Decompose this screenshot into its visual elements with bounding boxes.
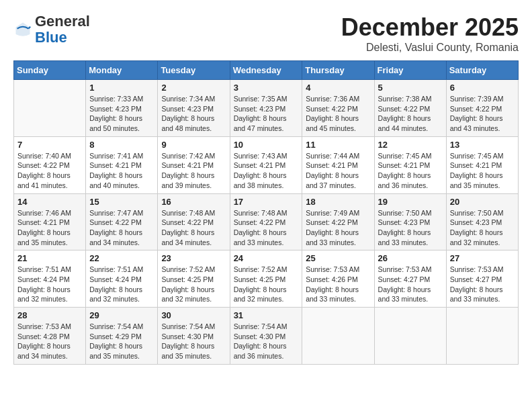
- day-number: 25: [306, 253, 370, 263]
- calendar-cell: 21Sunrise: 7:51 AM Sunset: 4:24 PM Dayli…: [14, 250, 86, 308]
- day-number: 26: [378, 253, 443, 263]
- day-number: 24: [234, 253, 299, 263]
- day-info: Sunrise: 7:54 AM Sunset: 4:29 PM Dayligh…: [89, 322, 154, 361]
- calendar-cell: 24Sunrise: 7:52 AM Sunset: 4:25 PM Dayli…: [230, 250, 302, 308]
- day-info: Sunrise: 7:48 AM Sunset: 4:22 PM Dayligh…: [234, 208, 299, 248]
- logo-blue-text: Blue: [35, 30, 90, 46]
- day-info: Sunrise: 7:36 AM Sunset: 4:22 PM Dayligh…: [306, 94, 370, 134]
- weekday-header-saturday: Saturday: [446, 61, 518, 80]
- weekday-header-monday: Monday: [86, 61, 158, 80]
- day-info: Sunrise: 7:35 AM Sunset: 4:23 PM Dayligh…: [234, 94, 299, 134]
- day-info: Sunrise: 7:47 AM Sunset: 4:22 PM Dayligh…: [89, 208, 154, 248]
- day-number: 17: [234, 197, 299, 207]
- logo-icon: [13, 20, 32, 39]
- day-info: Sunrise: 7:44 AM Sunset: 4:21 PM Dayligh…: [306, 151, 370, 191]
- weekday-header-thursday: Thursday: [302, 61, 374, 80]
- day-info: Sunrise: 7:45 AM Sunset: 4:21 PM Dayligh…: [378, 151, 443, 191]
- day-number: 28: [17, 310, 82, 320]
- calendar-cell: 25Sunrise: 7:53 AM Sunset: 4:26 PM Dayli…: [302, 250, 374, 308]
- day-number: 11: [306, 140, 370, 150]
- calendar-cell: [302, 308, 374, 365]
- day-info: Sunrise: 7:53 AM Sunset: 4:28 PM Dayligh…: [17, 322, 82, 361]
- day-number: 9: [161, 140, 226, 150]
- day-number: 5: [378, 83, 443, 93]
- day-info: Sunrise: 7:48 AM Sunset: 4:22 PM Dayligh…: [161, 208, 226, 248]
- day-info: Sunrise: 7:46 AM Sunset: 4:21 PM Dayligh…: [17, 208, 82, 248]
- day-number: 19: [378, 197, 443, 207]
- weekday-header-wednesday: Wednesday: [230, 61, 302, 80]
- day-number: 23: [161, 253, 226, 263]
- day-number: 8: [89, 140, 154, 150]
- logo: General Blue: [13, 13, 90, 46]
- day-number: 13: [450, 140, 515, 150]
- day-info: Sunrise: 7:45 AM Sunset: 4:21 PM Dayligh…: [450, 151, 515, 191]
- day-info: Sunrise: 7:34 AM Sunset: 4:23 PM Dayligh…: [161, 94, 226, 134]
- day-info: Sunrise: 7:53 AM Sunset: 4:27 PM Dayligh…: [378, 265, 443, 304]
- calendar-cell: 17Sunrise: 7:48 AM Sunset: 4:22 PM Dayli…: [230, 193, 302, 250]
- day-number: 6: [450, 83, 515, 93]
- calendar-cell: 4Sunrise: 7:36 AM Sunset: 4:22 PM Daylig…: [302, 80, 374, 137]
- day-number: 14: [17, 197, 82, 207]
- calendar-cell: [14, 80, 86, 137]
- day-info: Sunrise: 7:33 AM Sunset: 4:23 PM Dayligh…: [89, 94, 154, 134]
- calendar-cell: 14Sunrise: 7:46 AM Sunset: 4:21 PM Dayli…: [14, 193, 86, 250]
- day-number: 3: [234, 83, 299, 93]
- calendar-cell: 15Sunrise: 7:47 AM Sunset: 4:22 PM Dayli…: [86, 193, 158, 250]
- day-info: Sunrise: 7:50 AM Sunset: 4:23 PM Dayligh…: [450, 208, 515, 248]
- calendar-cell: 13Sunrise: 7:45 AM Sunset: 4:21 PM Dayli…: [446, 136, 518, 193]
- day-number: 27: [450, 253, 515, 263]
- calendar-cell: 28Sunrise: 7:53 AM Sunset: 4:28 PM Dayli…: [14, 308, 86, 365]
- calendar-cell: 6Sunrise: 7:39 AM Sunset: 4:22 PM Daylig…: [446, 80, 518, 137]
- day-info: Sunrise: 7:54 AM Sunset: 4:30 PM Dayligh…: [161, 322, 226, 361]
- day-info: Sunrise: 7:54 AM Sunset: 4:30 PM Dayligh…: [234, 322, 299, 361]
- day-number: 2: [161, 83, 226, 93]
- day-info: Sunrise: 7:40 AM Sunset: 4:22 PM Dayligh…: [17, 151, 82, 191]
- calendar-week-3: 14Sunrise: 7:46 AM Sunset: 4:21 PM Dayli…: [14, 193, 519, 250]
- day-number: 22: [89, 253, 154, 263]
- day-info: Sunrise: 7:38 AM Sunset: 4:22 PM Dayligh…: [378, 94, 443, 134]
- calendar-cell: 16Sunrise: 7:48 AM Sunset: 4:22 PM Dayli…: [158, 193, 230, 250]
- month-title: December 2025: [341, 13, 519, 42]
- calendar-cell: 1Sunrise: 7:33 AM Sunset: 4:23 PM Daylig…: [86, 80, 158, 137]
- calendar-cell: 8Sunrise: 7:41 AM Sunset: 4:21 PM Daylig…: [86, 136, 158, 193]
- calendar-cell: 5Sunrise: 7:38 AM Sunset: 4:22 PM Daylig…: [374, 80, 446, 137]
- calendar-cell: 19Sunrise: 7:50 AM Sunset: 4:23 PM Dayli…: [374, 193, 446, 250]
- day-info: Sunrise: 7:52 AM Sunset: 4:25 PM Dayligh…: [161, 265, 226, 304]
- weekday-header-tuesday: Tuesday: [158, 61, 230, 80]
- location-subtitle: Delesti, Vaslui County, Romania: [341, 42, 519, 54]
- day-info: Sunrise: 7:53 AM Sunset: 4:26 PM Dayligh…: [306, 265, 370, 304]
- calendar-cell: 23Sunrise: 7:52 AM Sunset: 4:25 PM Dayli…: [158, 250, 230, 308]
- weekday-header-friday: Friday: [374, 61, 446, 80]
- day-number: 20: [450, 197, 515, 207]
- weekday-row: SundayMondayTuesdayWednesdayThursdayFrid…: [14, 61, 519, 80]
- day-info: Sunrise: 7:41 AM Sunset: 4:21 PM Dayligh…: [89, 151, 154, 191]
- calendar-cell: [374, 308, 446, 365]
- weekday-header-sunday: Sunday: [14, 61, 86, 80]
- day-number: 21: [17, 253, 82, 263]
- page-header: General Blue December 2025 Delesti, Vasl…: [13, 13, 519, 54]
- calendar-cell: 10Sunrise: 7:43 AM Sunset: 4:21 PM Dayli…: [230, 136, 302, 193]
- day-number: 31: [234, 310, 299, 320]
- calendar-week-5: 28Sunrise: 7:53 AM Sunset: 4:28 PM Dayli…: [14, 308, 519, 365]
- day-number: 7: [17, 140, 82, 150]
- calendar-cell: 22Sunrise: 7:51 AM Sunset: 4:24 PM Dayli…: [86, 250, 158, 308]
- day-number: 29: [89, 310, 154, 320]
- calendar-header: SundayMondayTuesdayWednesdayThursdayFrid…: [14, 61, 519, 80]
- day-number: 16: [161, 197, 226, 207]
- day-info: Sunrise: 7:51 AM Sunset: 4:24 PM Dayligh…: [17, 265, 82, 304]
- day-info: Sunrise: 7:42 AM Sunset: 4:21 PM Dayligh…: [161, 151, 226, 191]
- calendar-table: SundayMondayTuesdayWednesdayThursdayFrid…: [13, 60, 519, 365]
- title-block: December 2025 Delesti, Vaslui County, Ro…: [341, 13, 519, 54]
- logo-general-text: General: [35, 13, 90, 30]
- day-info: Sunrise: 7:53 AM Sunset: 4:27 PM Dayligh…: [450, 265, 515, 304]
- calendar-cell: 29Sunrise: 7:54 AM Sunset: 4:29 PM Dayli…: [86, 308, 158, 365]
- calendar-cell: 11Sunrise: 7:44 AM Sunset: 4:21 PM Dayli…: [302, 136, 374, 193]
- calendar-cell: 9Sunrise: 7:42 AM Sunset: 4:21 PM Daylig…: [158, 136, 230, 193]
- day-number: 18: [306, 197, 370, 207]
- calendar-week-1: 1Sunrise: 7:33 AM Sunset: 4:23 PM Daylig…: [14, 80, 519, 137]
- calendar-cell: 2Sunrise: 7:34 AM Sunset: 4:23 PM Daylig…: [158, 80, 230, 137]
- calendar-cell: 30Sunrise: 7:54 AM Sunset: 4:30 PM Dayli…: [158, 308, 230, 365]
- day-info: Sunrise: 7:39 AM Sunset: 4:22 PM Dayligh…: [450, 94, 515, 134]
- calendar-cell: 7Sunrise: 7:40 AM Sunset: 4:22 PM Daylig…: [14, 136, 86, 193]
- day-number: 15: [89, 197, 154, 207]
